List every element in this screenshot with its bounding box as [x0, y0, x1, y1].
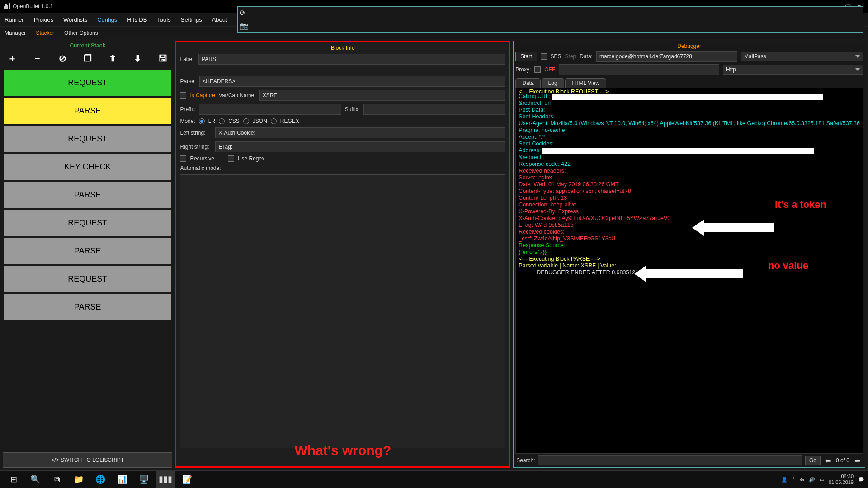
- stack-block[interactable]: PARSE: [4, 238, 171, 264]
- mode-label: Mode:: [180, 118, 195, 124]
- mode-json-label: JSON: [253, 118, 267, 124]
- disable-icon[interactable]: ⊘: [56, 52, 69, 65]
- clock[interactable]: 08:30 01.05.2019: [829, 474, 854, 485]
- menu-wordlists[interactable]: Wordlists: [63, 16, 87, 23]
- notifications-icon[interactable]: 💬: [858, 477, 864, 483]
- tray-volume-icon[interactable]: 🔊: [809, 477, 815, 483]
- start-icon[interactable]: ⊞: [4, 471, 24, 488]
- tray-up-icon[interactable]: ˄: [792, 477, 795, 483]
- refresh-icon[interactable]: ⟳: [240, 9, 861, 17]
- menu-hitsdb[interactable]: Hits DB: [127, 16, 147, 23]
- chrome-icon[interactable]: 🌐: [90, 471, 110, 488]
- app-logo-icon: [4, 3, 10, 9]
- submenu-manager[interactable]: Manager: [5, 30, 26, 36]
- save-icon[interactable]: 🖫: [156, 52, 170, 65]
- proxy-label: Proxy:: [515, 66, 531, 73]
- stack-block[interactable]: KEY CHECK: [4, 154, 171, 180]
- data-input[interactable]: [596, 51, 737, 62]
- tray-network-icon[interactable]: 🖧: [799, 477, 804, 482]
- stack-block[interactable]: PARSE: [4, 98, 171, 124]
- parse-label: Parse:: [180, 78, 196, 84]
- iscapture-checkbox[interactable]: [180, 92, 186, 99]
- taskview-icon[interactable]: ⧉: [47, 471, 67, 488]
- log-output[interactable]: <--- Executing Block REQUEST --->Calling…: [515, 88, 863, 454]
- mode-radio-regex[interactable]: [271, 118, 277, 124]
- mode-radio-lr[interactable]: [199, 118, 205, 124]
- data-label: Data:: [580, 53, 593, 60]
- submenu-other[interactable]: Other Options: [64, 30, 98, 36]
- sbs-checkbox[interactable]: [541, 53, 547, 60]
- stack-block[interactable]: REQUEST: [4, 126, 171, 152]
- rightstr-input[interactable]: [215, 141, 505, 152]
- stack-block[interactable]: REQUEST: [4, 70, 171, 96]
- explorer-icon[interactable]: 📁: [69, 471, 89, 488]
- tab-data[interactable]: Data: [515, 78, 540, 88]
- openbullet-icon[interactable]: ▮▮▮: [156, 471, 175, 488]
- move-down-icon[interactable]: ⬇: [131, 52, 145, 65]
- menu-about[interactable]: About: [212, 16, 227, 23]
- stack-block[interactable]: REQUEST: [4, 210, 171, 236]
- copy-icon[interactable]: ❐: [81, 52, 94, 65]
- mode-regex-label: REGEX: [280, 118, 299, 124]
- sbs-label: SBS: [551, 53, 561, 60]
- menubar: Runner Proxies Wordlists Configs Hits DB…: [0, 13, 868, 26]
- recursive-checkbox[interactable]: [180, 155, 186, 162]
- go-button[interactable]: Go: [805, 456, 821, 465]
- debugger-title: Debugger: [515, 43, 863, 51]
- prefix-label: Prefix:: [180, 106, 195, 113]
- useregex-checkbox[interactable]: [228, 155, 234, 162]
- block-info-title: Block Info: [180, 45, 505, 54]
- block-info-panel: Block Info Label: Parse: Is Capture Var/…: [175, 41, 510, 468]
- mode-radio-css[interactable]: [219, 118, 225, 124]
- stack-block[interactable]: PARSE: [4, 294, 171, 320]
- proxy-input[interactable]: [559, 64, 719, 75]
- stack-block[interactable]: REQUEST: [4, 266, 171, 292]
- step-button[interactable]: Step: [565, 53, 576, 60]
- add-icon[interactable]: ＋: [5, 52, 19, 65]
- proxy-type-select[interactable]: Http: [723, 65, 863, 75]
- tray-people-icon[interactable]: 👤: [781, 477, 788, 483]
- app2-icon[interactable]: 🖥️: [134, 471, 154, 488]
- search-input[interactable]: [538, 455, 802, 465]
- stack-panel: Current Stack ＋ − ⊘ ❐ ⬆ ⬇ 🖫 REQUESTPARSE…: [3, 41, 172, 468]
- recursive-label: Recursive: [190, 155, 214, 162]
- automode-box[interactable]: [180, 174, 505, 448]
- tray-lang-icon[interactable]: ▭: [820, 477, 824, 483]
- label-label: Label:: [180, 56, 195, 62]
- switch-loliscript-button[interactable]: </> SWITCH TO LOLISCRIPT: [3, 452, 172, 468]
- search-icon[interactable]: 🔍: [25, 471, 45, 488]
- menu-proxies[interactable]: Proxies: [34, 16, 53, 23]
- notepad-icon[interactable]: 📝: [177, 471, 197, 488]
- proxy-checkbox[interactable]: [534, 66, 541, 73]
- app1-icon[interactable]: 📊: [112, 471, 132, 488]
- tab-htmlview[interactable]: HTML View: [565, 78, 606, 88]
- mode-css-label: CSS: [228, 118, 240, 124]
- tab-log[interactable]: Log: [542, 78, 564, 88]
- start-button[interactable]: Start: [515, 52, 537, 61]
- varcap-label: Var/Cap Name:: [219, 92, 256, 99]
- menu-settings[interactable]: Settings: [181, 16, 202, 23]
- mode-radio-json[interactable]: [243, 118, 249, 124]
- submenu-stacker[interactable]: Stacker: [36, 30, 54, 36]
- move-up-icon[interactable]: ⬆: [106, 52, 119, 65]
- parse-input[interactable]: [199, 76, 505, 87]
- remove-icon[interactable]: −: [31, 52, 44, 65]
- camera-icon[interactable]: 📷: [240, 22, 861, 30]
- leftstr-input[interactable]: [215, 127, 505, 138]
- menu-configs[interactable]: Configs: [97, 16, 117, 23]
- annotation-token: It's a token: [775, 201, 826, 208]
- varcap-input[interactable]: [259, 90, 506, 101]
- suffix-input[interactable]: [363, 104, 505, 115]
- menu-runner[interactable]: Runner: [5, 16, 24, 23]
- menu-tools[interactable]: Tools: [157, 16, 170, 23]
- mode-lr-label: LR: [208, 118, 215, 124]
- useregex-label: Use Regex: [238, 155, 264, 162]
- search-prev-icon[interactable]: ⬅: [823, 455, 833, 465]
- search-next-icon[interactable]: ➡: [852, 455, 862, 465]
- automode-label: Automatic mode:: [180, 165, 221, 171]
- data-type-select[interactable]: MailPass: [741, 52, 863, 61]
- label-input[interactable]: [198, 54, 505, 65]
- stack-block[interactable]: PARSE: [4, 182, 171, 208]
- suffix-label: Suffix:: [345, 106, 360, 113]
- prefix-input[interactable]: [199, 104, 341, 115]
